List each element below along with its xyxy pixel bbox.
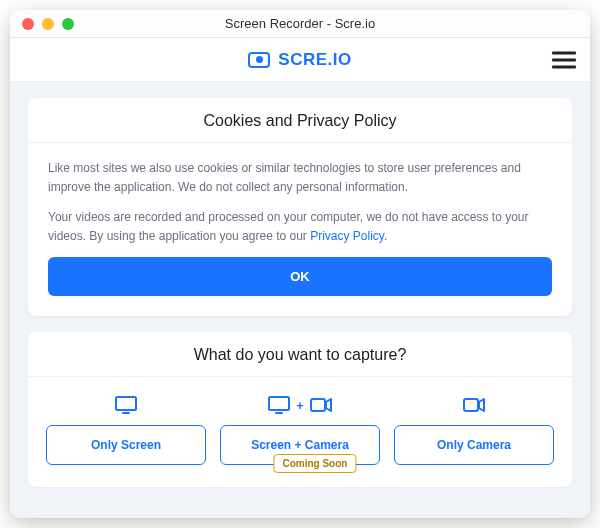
window-controls (22, 18, 74, 30)
menu-icon[interactable] (552, 47, 576, 72)
svg-rect-3 (275, 412, 283, 414)
privacy-policy-link[interactable]: Privacy Policy (310, 229, 384, 243)
policy-title: Cookies and Privacy Policy (28, 98, 572, 143)
policy-paragraph-2: Your videos are recorded and processed o… (48, 208, 552, 245)
svg-rect-4 (311, 399, 325, 411)
camera-icon (463, 395, 485, 415)
only-camera-button[interactable]: Only Camera (394, 425, 554, 465)
capture-option-screen-camera: + Screen + Camera Coming Soon (220, 395, 380, 465)
brand-logo[interactable]: SCRE.IO (248, 50, 351, 70)
close-icon[interactable] (22, 18, 34, 30)
ok-button[interactable]: OK (48, 257, 552, 296)
capture-options: Only Screen + Screen + Camera Coming Soo… (28, 377, 572, 487)
policy-text-2: Your videos are recorded and processed o… (48, 210, 529, 243)
record-logo-icon (248, 52, 270, 68)
capture-option-camera: Only Camera (394, 395, 554, 465)
app-window: Screen Recorder - Scre.io SCRE.IO Cookie… (10, 10, 590, 518)
policy-paragraph-1: Like most sites we also use cookies or s… (48, 159, 552, 196)
fullscreen-icon[interactable] (62, 18, 74, 30)
coming-soon-badge: Coming Soon (273, 454, 356, 473)
svg-rect-2 (269, 397, 289, 410)
titlebar: Screen Recorder - Scre.io (10, 10, 590, 38)
only-screen-button[interactable]: Only Screen (46, 425, 206, 465)
capture-title: What do you want to capture? (28, 332, 572, 377)
svg-rect-1 (122, 412, 130, 414)
screen-icon (115, 395, 137, 415)
window-title: Screen Recorder - Scre.io (10, 16, 590, 31)
capture-card: What do you want to capture? Only Screen… (28, 332, 572, 487)
svg-rect-5 (464, 399, 478, 411)
policy-card: Cookies and Privacy Policy Like most sit… (28, 98, 572, 316)
svg-rect-0 (116, 397, 136, 410)
content-area: Cookies and Privacy Policy Like most sit… (10, 82, 590, 518)
top-nav: SCRE.IO (10, 38, 590, 82)
policy-body: Like most sites we also use cookies or s… (28, 143, 572, 316)
screen-plus-camera-icon: + (268, 395, 332, 415)
plus-icon: + (296, 398, 304, 413)
app-body: SCRE.IO Cookies and Privacy Policy Like … (10, 38, 590, 518)
minimize-icon[interactable] (42, 18, 54, 30)
capture-option-screen: Only Screen (46, 395, 206, 465)
brand-text: SCRE.IO (278, 50, 351, 70)
